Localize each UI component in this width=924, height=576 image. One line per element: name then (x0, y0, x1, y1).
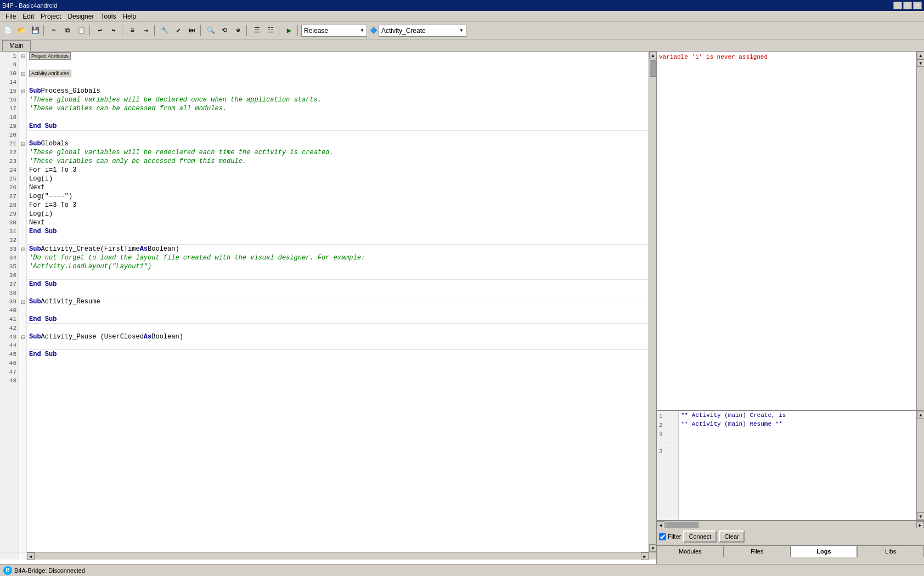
right-hscroll-right[interactable]: ▶ (916, 521, 924, 529)
activity-attributes-tag[interactable]: Activity Attributes (29, 70, 71, 77)
code-line-19[interactable]: Next (27, 218, 649, 227)
code-line-12[interactable]: 'These variables can only be accessed fr… (27, 157, 649, 166)
code-line-14[interactable]: Log(i) (27, 174, 649, 183)
zoom-btn[interactable]: ⊕ (232, 24, 245, 37)
filter-checkbox[interactable]: Filter (659, 533, 681, 540)
run-btn[interactable]: ▶ (283, 24, 296, 37)
scroll-right-btn[interactable]: ▶ (641, 552, 649, 560)
menu-edit[interactable]: Edit (19, 12, 37, 21)
scroll-down-btn[interactable]: ▼ (649, 544, 656, 552)
gutter-item-0[interactable]: ⊟ (19, 52, 26, 60)
tab-modules[interactable]: Modules (657, 545, 724, 557)
right-vscroll[interactable]: ▲ ▼ (916, 52, 924, 410)
code-line-8[interactable]: End Sub (27, 122, 649, 131)
right-hscroll-thumb[interactable] (666, 522, 698, 528)
code-lines[interactable]: Project AttributesActivity AttributesSub… (27, 52, 649, 552)
code-line-15[interactable]: Next (27, 183, 649, 192)
paste-btn[interactable]: 📋 (75, 24, 88, 37)
code-line-29[interactable] (27, 306, 649, 315)
project-attributes-tag[interactable]: Project Attributes (29, 52, 71, 60)
code-line-17[interactable]: For i=3 To 3 (27, 201, 649, 210)
clear-button[interactable]: Clear (719, 530, 744, 543)
maximize-btn[interactable]: □ (903, 2, 912, 9)
format-btn[interactable]: ≡ (126, 24, 139, 37)
code-line-20[interactable]: End Sub (27, 227, 649, 236)
open-btn[interactable]: 📂 (15, 24, 28, 37)
new-btn[interactable]: 📄 (1, 24, 14, 37)
menu-help[interactable]: Help (119, 12, 139, 21)
code-line-27[interactable] (27, 289, 649, 297)
book2-btn[interactable]: ☷ (264, 24, 277, 37)
gutter-item-4[interactable]: ⊟ (19, 87, 26, 95)
gutter-item-22[interactable]: ⊟ (19, 245, 26, 253)
undo-btn[interactable]: ↩ (93, 24, 106, 37)
gutter-item-28[interactable]: ⊟ (19, 297, 26, 306)
gutter-item-32[interactable]: ⊟ (19, 332, 26, 341)
release-dropdown[interactable]: Release ▼ (301, 25, 367, 37)
right-mid-scroll[interactable]: ▲ ▼ (916, 411, 924, 520)
code-line-32[interactable]: Sub Activity_Pause (UserClosed As Boolea… (27, 332, 649, 341)
right-hscroll-left[interactable]: ◀ (657, 521, 664, 529)
save-btn[interactable]: 💾 (29, 24, 42, 37)
scroll-track-h[interactable] (35, 552, 641, 560)
hscrollbar[interactable]: ◀ ▶ (27, 552, 649, 560)
close-btn[interactable]: × (913, 2, 922, 9)
code-line-37[interactable] (27, 376, 649, 385)
activity-dropdown[interactable]: Activity_Create ▼ (379, 25, 466, 37)
scroll-track-v[interactable] (649, 59, 656, 544)
menu-file[interactable]: File (2, 12, 19, 21)
book-btn[interactable]: ☰ (250, 24, 263, 37)
code-line-21[interactable] (27, 236, 649, 245)
minimize-btn[interactable]: _ (893, 2, 902, 9)
replace-btn[interactable]: ⟲ (218, 24, 231, 37)
code-line-11[interactable]: 'These global variables will be redeclar… (27, 148, 649, 157)
build-btn[interactable]: 🔧 (158, 24, 171, 37)
right-scroll-up[interactable]: ▲ (917, 52, 924, 59)
scroll-up-btn[interactable]: ▲ (649, 52, 656, 59)
copy-btn[interactable]: ⧉ (61, 24, 74, 37)
code-line-18[interactable]: Log(i) (27, 210, 649, 218)
code-line-10[interactable]: Sub Globals (27, 139, 649, 148)
menu-project[interactable]: Project (37, 12, 64, 21)
code-line-22[interactable]: Sub Activity_Create(FirstTime As Boolean… (27, 245, 649, 253)
code-line-30[interactable]: End Sub (27, 315, 649, 324)
code-line-4[interactable]: Sub Process_Globals (27, 87, 649, 95)
filter-check[interactable] (659, 533, 666, 540)
tab-logs[interactable]: Logs (791, 545, 858, 557)
code-editor[interactable]: 1910141516171819202122232425262728293031… (0, 52, 656, 564)
scroll-left-btn[interactable]: ◀ (27, 552, 35, 560)
code-line-1[interactable] (27, 60, 649, 69)
code-line-35[interactable] (27, 359, 649, 368)
code-line-6[interactable]: 'These variables can be accessed from al… (27, 104, 649, 113)
right-hscroll[interactable]: ◀ ▶ (657, 521, 924, 528)
scroll-thumb-v[interactable] (650, 60, 656, 77)
right-scroll-down[interactable]: ▼ (917, 59, 924, 67)
code-line-0[interactable]: Project Attributes (27, 52, 649, 60)
code-line-28[interactable]: Sub Activity_Resume (27, 297, 649, 306)
right-mid-scroll-up[interactable]: ▲ (917, 411, 924, 419)
code-line-5[interactable]: 'These global variables will be declared… (27, 95, 649, 104)
code-line-34[interactable]: End Sub (27, 350, 649, 359)
right-hscroll-track[interactable] (664, 521, 916, 528)
check-btn[interactable]: ✔ (172, 24, 185, 37)
indent-btn[interactable]: ⇥ (139, 24, 153, 37)
code-line-13[interactable]: For i=1 To 3 (27, 166, 649, 174)
code-line-36[interactable] (27, 368, 649, 376)
code-line-26[interactable]: End Sub (27, 280, 649, 289)
code-line-3[interactable] (27, 78, 649, 87)
redo-btn[interactable]: ↪ (107, 24, 120, 37)
gutter-item-10[interactable]: ⊟ (19, 139, 26, 148)
code-line-24[interactable]: 'Activity.LoadLayout("Layout1") (27, 262, 649, 271)
find-btn[interactable]: 🔍 (204, 24, 217, 37)
right-mid-track[interactable] (917, 419, 924, 512)
gutter-item-2[interactable]: ⊟ (19, 69, 26, 78)
tab-files[interactable]: Files (724, 545, 791, 557)
tab-libs[interactable]: Libs (857, 545, 924, 557)
vscrollbar[interactable]: ▲ ▼ (649, 52, 656, 552)
menu-tools[interactable]: Tools (97, 12, 119, 21)
connect-button[interactable]: Connect (683, 530, 717, 543)
code-line-16[interactable]: Log("----") (27, 192, 649, 201)
code-line-33[interactable] (27, 341, 649, 350)
cut-btn[interactable]: ✂ (47, 24, 60, 37)
tab-main[interactable]: Main (2, 40, 31, 51)
